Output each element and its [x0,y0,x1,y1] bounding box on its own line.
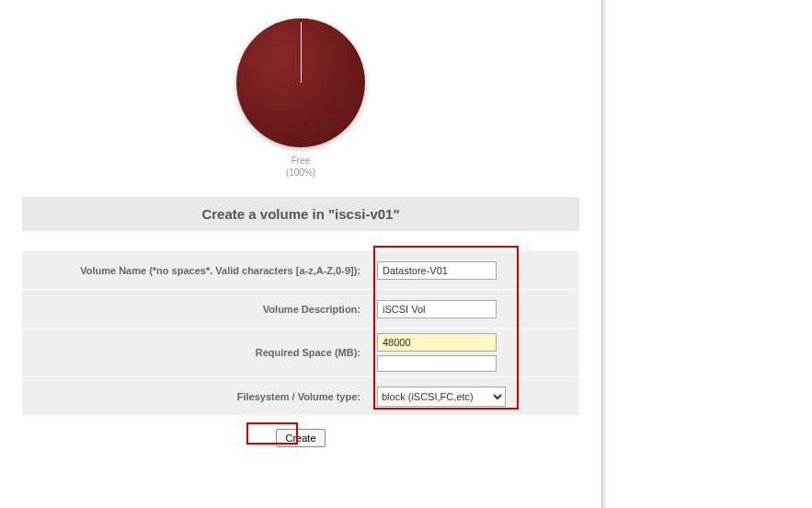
label-volume-name: Volume Name (*no spaces*. Valid characte… [22,258,370,283]
main-form-area: Free (100%) Create a volume in "iscsi-v0… [0,0,601,508]
row-volume-description: Volume Description: [22,290,579,329]
input-volume-description[interactable] [377,300,497,318]
label-volume-description: Volume Description: [22,296,370,322]
input-required-space[interactable] [377,333,497,352]
free-space-chart: Free (100%) [18,18,583,179]
row-fs-type: Filesystem / Volume type: block (iSCSI,F… [22,377,579,416]
label-required-space: Required Space (MB): [22,340,370,365]
right-pane-divider [601,0,607,508]
create-volume-form: Volume Name (*no spaces*. Valid characte… [22,251,579,460]
button-row: Create [22,416,579,460]
row-volume-name: Volume Name (*no spaces*. Valid characte… [22,251,579,290]
row-required-space: Required Space (MB): [22,329,579,377]
select-fs-type[interactable]: block (iSCSI,FC,etc) [377,387,506,407]
pie-chart-free [236,18,365,147]
pie-label-free: Free (100%) [18,155,583,179]
label-fs-type: Filesystem / Volume type: [22,384,370,410]
input-volume-name[interactable] [377,261,497,280]
create-button[interactable]: Create [276,429,325,447]
section-title: Create a volume in "iscsi-v01" [22,197,579,231]
slider-required-space[interactable] [377,355,497,372]
